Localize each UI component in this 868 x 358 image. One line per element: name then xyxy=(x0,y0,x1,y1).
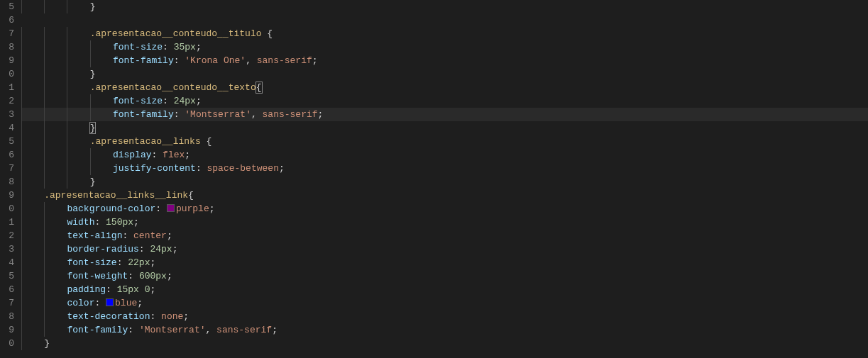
code-token: : xyxy=(174,55,185,66)
code-token: center xyxy=(133,230,167,241)
code-token: } xyxy=(90,177,96,187)
code-line[interactable]: padding: 15px 0; xyxy=(21,283,868,296)
code-line[interactable]: border-radius: 24px; xyxy=(21,242,868,256)
line-number: 9 xyxy=(0,54,14,67)
line-number: 8 xyxy=(0,40,14,54)
code-token: : xyxy=(128,325,139,335)
line-number: 2 xyxy=(0,229,14,242)
line-number: 3 xyxy=(0,108,14,121)
code-token: { xyxy=(256,82,263,94)
code-token: background-color xyxy=(67,203,155,214)
code-line[interactable]: font-family: 'Montserrat', sans-serif; xyxy=(21,108,868,121)
code-token: : xyxy=(163,42,174,52)
code-line[interactable]: color: blue; xyxy=(21,296,868,310)
code-line[interactable]: } xyxy=(21,121,868,135)
code-token: ; xyxy=(150,284,156,295)
code-token: .apresentacao__links__link xyxy=(44,190,188,201)
code-token: : xyxy=(139,244,150,254)
code-line[interactable]: font-size: 22px; xyxy=(21,256,868,269)
code-token: 15px xyxy=(117,284,139,295)
code-token: ; xyxy=(172,244,178,254)
line-number: 5 xyxy=(0,269,14,283)
code-token: font-family xyxy=(113,109,174,120)
code-line[interactable]: } xyxy=(21,337,868,350)
line-number: 1 xyxy=(0,81,14,94)
code-token: : xyxy=(128,271,139,281)
color-swatch-icon xyxy=(167,204,175,212)
line-number: 8 xyxy=(0,310,14,323)
code-token: } xyxy=(89,122,97,134)
code-token: text-decoration xyxy=(67,311,150,322)
code-line[interactable]: font-family: 'Krona One', sans-serif; xyxy=(21,54,868,67)
code-token: sans-serif xyxy=(263,109,318,120)
code-token: 600px xyxy=(139,271,167,281)
code-token: ; xyxy=(150,257,155,268)
code-token: : xyxy=(106,284,117,295)
code-token: , xyxy=(206,325,217,335)
code-token: : xyxy=(196,163,207,174)
code-token: } xyxy=(44,338,50,349)
code-line[interactable]: .apresentacao__conteudo__titulo { xyxy=(21,27,868,40)
code-token: .apresentacao__conteudo__texto xyxy=(90,82,256,93)
code-token: : xyxy=(163,96,174,106)
code-line[interactable]: font-weight: 600px; xyxy=(21,269,868,283)
code-token: .apresentacao__links xyxy=(90,136,207,147)
code-token: ; xyxy=(185,150,190,160)
code-token: display xyxy=(113,150,152,160)
code-token: border-radius xyxy=(67,244,138,254)
code-line[interactable]: font-family: 'Montserrat', sans-serif; xyxy=(21,323,868,337)
code-line[interactable]: width: 150px; xyxy=(21,216,868,229)
line-number: 7 xyxy=(0,27,14,40)
code-line[interactable]: text-decoration: none; xyxy=(21,310,868,323)
code-token: : xyxy=(150,311,161,322)
code-token: ; xyxy=(133,217,139,228)
code-token: 'Montserrat' xyxy=(185,109,251,120)
code-token: space-between xyxy=(207,163,279,174)
code-token: ; xyxy=(167,230,172,241)
code-token: : xyxy=(94,217,106,228)
code-token: ; xyxy=(167,271,172,281)
code-token: font-size xyxy=(113,42,163,52)
code-token: ; xyxy=(272,325,278,335)
line-number: 9 xyxy=(0,189,14,202)
code-line[interactable]: .apresentacao__links__link{ xyxy=(21,189,868,202)
code-token: ; xyxy=(196,42,202,52)
code-line[interactable]: .apresentacao__conteudo__texto{ xyxy=(21,81,868,94)
line-number: 0 xyxy=(0,202,14,216)
code-token: font-family xyxy=(67,325,128,335)
code-token: 24px xyxy=(174,96,196,106)
code-token: sans-serif xyxy=(216,325,272,335)
code-token: ; xyxy=(137,298,143,308)
code-token: , xyxy=(251,109,263,120)
code-token: : xyxy=(117,257,128,268)
code-line[interactable] xyxy=(21,13,868,27)
code-token: 'Montserrat' xyxy=(139,325,206,335)
code-line[interactable]: background-color: purple; xyxy=(21,202,868,216)
code-token: ; xyxy=(196,96,202,106)
code-token: : xyxy=(155,203,167,214)
code-token: ; xyxy=(312,55,318,66)
code-editor[interactable]: } .apresentacao__conteudo__titulo { font… xyxy=(21,0,868,358)
line-number: 4 xyxy=(0,256,14,269)
code-line[interactable]: text-align: center; xyxy=(21,229,868,242)
code-line[interactable]: .apresentacao__links { xyxy=(21,135,868,148)
code-token: ; xyxy=(209,203,215,214)
code-line[interactable]: font-size: 35px; xyxy=(21,40,868,54)
code-token: } xyxy=(90,1,96,12)
code-token: none xyxy=(161,311,183,322)
code-token: justify-content xyxy=(113,163,196,174)
code-token: 'Krona One' xyxy=(185,55,246,66)
code-line[interactable]: font-size: 24px; xyxy=(21,94,868,108)
code-token: : xyxy=(151,150,163,160)
code-line[interactable]: justify-content: space-between; xyxy=(21,162,868,175)
code-line[interactable]: display: flex; xyxy=(21,148,868,162)
code-line[interactable]: } xyxy=(21,0,868,13)
code-token: padding xyxy=(67,284,106,295)
code-line[interactable]: } xyxy=(21,67,868,81)
code-token: purple xyxy=(176,203,209,214)
code-token: flex xyxy=(163,150,185,160)
code-line[interactable]: } xyxy=(21,175,868,189)
code-token: ; xyxy=(279,163,285,174)
code-token: { xyxy=(188,190,194,201)
line-number: 2 xyxy=(0,94,14,108)
